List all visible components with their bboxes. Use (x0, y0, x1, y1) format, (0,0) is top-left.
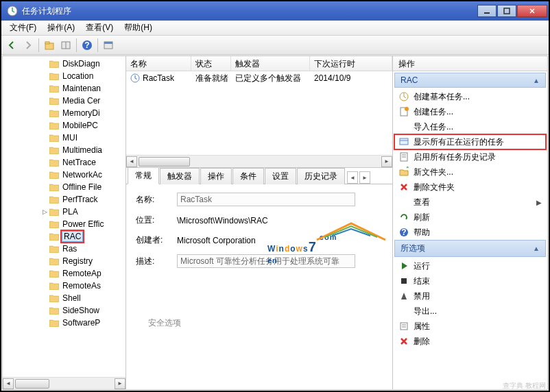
action-查看[interactable]: 查看▶ (394, 195, 546, 210)
column-next-run[interactable]: 下次运行时 (310, 56, 392, 71)
new-icon (398, 106, 409, 117)
tree-item-label: Multimedia (62, 145, 103, 155)
field-creator-label: 创建者: (136, 234, 177, 246)
expand-icon[interactable]: ▷ (41, 208, 48, 215)
column-trigger[interactable]: 触发器 (231, 56, 310, 71)
tree-item-label: Power Effic (62, 219, 104, 229)
action-显示所有正在运行的任务[interactable]: 显示所有正在运行的任务 (394, 134, 546, 149)
tab-setting[interactable]: 设置 (265, 168, 296, 184)
folder-icon (49, 183, 59, 191)
svg-rect-10 (104, 42, 112, 44)
action-结束[interactable]: 结束 (394, 273, 546, 289)
action-启用所有任务历史记录[interactable]: 启用所有任务历史记录 (394, 149, 546, 164)
detail-security-options: 安全选项 (136, 317, 383, 329)
tree-item-location[interactable]: Location (3, 70, 125, 82)
tree-item-label: Location (62, 71, 94, 81)
tree-item-label: DiskDiagn (62, 59, 101, 69)
tree-list[interactable]: DiskDiagnLocationMaintenanMedia CerMemor… (3, 56, 125, 377)
column-name[interactable]: 名称 (126, 56, 191, 71)
field-location-label: 位置: (136, 215, 177, 226)
scroll-left-icon[interactable]: ◄ (3, 378, 14, 389)
tree-item-networkac[interactable]: NetworkAc (3, 169, 125, 181)
tree-item-sideshow[interactable]: SideShow (3, 304, 125, 317)
tab-scroll-right-icon[interactable]: ► (359, 171, 370, 184)
tree-item-softwarep[interactable]: SoftwareP (3, 317, 125, 329)
tree-item-diskdiagn[interactable]: DiskDiagn (3, 58, 125, 70)
tree-item-maintenan[interactable]: Maintenan (3, 82, 125, 95)
tree-item-remoteas[interactable]: RemoteAs (3, 280, 125, 292)
field-description-input[interactable] (177, 254, 355, 268)
minimize-button[interactable] (477, 5, 497, 17)
toolbar-panes-button[interactable] (58, 38, 73, 53)
tab-condition[interactable]: 条件 (232, 168, 264, 184)
tree-item-power-effic[interactable]: Power Effic (3, 218, 125, 230)
tab-general[interactable]: 常规 (128, 168, 159, 184)
folder-icon (49, 319, 59, 327)
tree-item-ras[interactable]: Ras (3, 243, 125, 255)
tree-item-pla[interactable]: ▷PLA (3, 206, 125, 218)
action-帮助[interactable]: ?帮助 (394, 225, 546, 240)
tree-item-memorydi[interactable]: MemoryDi (3, 107, 125, 119)
scroll-thumb[interactable] (15, 379, 49, 389)
menu-action[interactable]: 操作(A) (42, 21, 80, 35)
folder-icon (49, 146, 59, 154)
actions-section-rac[interactable]: RAC ▲ (394, 73, 546, 88)
scroll-right-icon[interactable]: ► (381, 156, 392, 167)
tree-item-label: RemoteAp (62, 269, 102, 278)
tab-action[interactable]: 操作 (200, 168, 232, 184)
refresh-icon (398, 212, 409, 223)
menu-file[interactable]: 文件(F) (4, 21, 42, 35)
tab-scroll-left-icon[interactable]: ◄ (347, 171, 358, 184)
tree-item-multimedia[interactable]: Multimedia (3, 144, 125, 156)
scroll-right-icon[interactable]: ► (115, 378, 125, 389)
app-icon (7, 5, 18, 16)
tree-item-nettrace[interactable]: NetTrace (3, 156, 125, 169)
menu-help[interactable]: 帮助(H) (119, 21, 158, 35)
action-新文件夹[interactable]: *新文件夹... (394, 164, 546, 180)
actions-section-selected[interactable]: 所选项 ▲ (394, 240, 546, 257)
action-删除[interactable]: 删除 (394, 334, 546, 349)
tasklist-horizontal-scrollbar[interactable]: ◄ ► (126, 155, 392, 167)
tree-item-label: Registry (62, 256, 93, 266)
action-导入任务[interactable]: 导入任务... (394, 119, 546, 134)
toolbar-help-button[interactable]: ? (80, 38, 95, 53)
close-button[interactable] (517, 5, 547, 17)
menu-view[interactable]: 查看(V) (80, 21, 119, 35)
toolbar-up-button[interactable] (42, 38, 57, 53)
action-运行[interactable]: 运行 (394, 258, 546, 273)
maximize-button[interactable] (497, 5, 516, 17)
nav-forward-button[interactable] (21, 38, 36, 53)
tree-item-registry[interactable]: Registry (3, 255, 125, 267)
action-label: 启用所有任务历史记录 (414, 151, 496, 163)
props-icon (398, 321, 409, 332)
action-导出[interactable]: 导出... (394, 304, 546, 319)
tree-item-offline-file[interactable]: Offline File (3, 181, 125, 193)
action-刷新[interactable]: 刷新 (394, 210, 546, 225)
folder-icon (49, 282, 59, 290)
tab-history[interactable]: 历史记录 (297, 168, 345, 184)
toolbar-preview-button[interactable] (101, 38, 116, 53)
tree-item-shell[interactable]: Shell (3, 292, 125, 304)
tab-trigger[interactable]: 触发器 (160, 168, 200, 184)
nav-back-button[interactable] (4, 38, 19, 53)
field-name-input[interactable] (177, 193, 355, 206)
tree-item-label: SoftwareP (62, 318, 101, 328)
tree-horizontal-scrollbar[interactable]: ◄ ► (3, 377, 125, 389)
tree-item-perftrack[interactable]: PerfTrack (3, 193, 125, 206)
tree-item-remoteap[interactable]: RemoteAp (3, 267, 125, 280)
action-删除文件夹[interactable]: 删除文件夹 (394, 180, 546, 195)
action-属性[interactable]: 属性 (394, 319, 546, 334)
stop-icon (398, 275, 409, 286)
tree-item-mui[interactable]: MUI (3, 132, 125, 144)
tree-item-media-cer[interactable]: Media Cer (3, 95, 125, 107)
scroll-left-icon[interactable]: ◄ (126, 156, 137, 167)
tree-item-label: SideShow (62, 306, 100, 315)
action-创建任务[interactable]: 创建任务... (394, 104, 546, 119)
task-row[interactable]: RacTask准备就绪已定义多个触发器2014/10/9 (126, 71, 392, 85)
action-创建基本任务[interactable]: 创建基本任务... (394, 89, 546, 104)
action-禁用[interactable]: 禁用 (394, 289, 546, 304)
tree-item-rac[interactable]: RAC (3, 230, 125, 243)
tree-item-mobilepc[interactable]: MobilePC (3, 119, 125, 132)
column-status[interactable]: 状态 (191, 56, 231, 71)
scroll-thumb[interactable] (139, 157, 190, 167)
